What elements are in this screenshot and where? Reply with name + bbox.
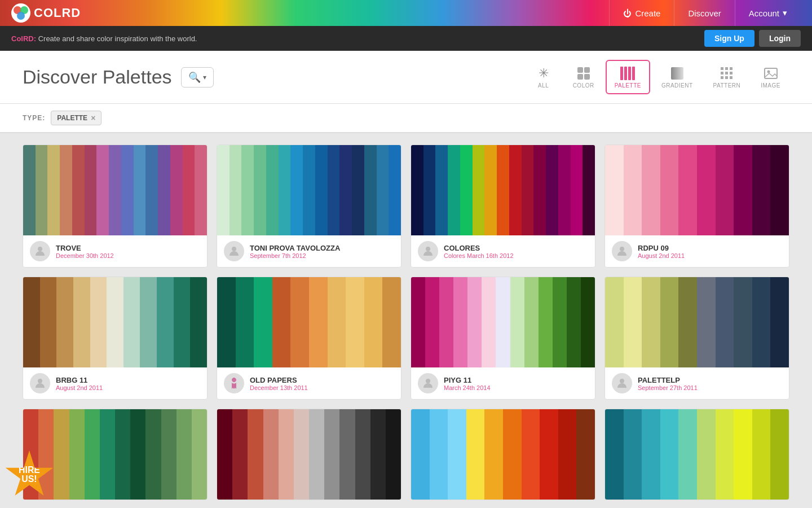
svg-rect-13 bbox=[725, 72, 728, 75]
gradient-icon bbox=[670, 65, 685, 81]
palette-info: TONI PROVA TAVOLOZZASeptember 7th 2012 bbox=[217, 235, 401, 267]
color-swatch bbox=[73, 277, 90, 367]
palette-swatches bbox=[23, 409, 207, 500]
color-swatch bbox=[90, 277, 107, 367]
color-swatch bbox=[473, 145, 485, 235]
color-swatch bbox=[174, 277, 191, 367]
palette-card[interactable] bbox=[23, 409, 208, 500]
palette-card[interactable]: BRBG 11August 2nd 2011 bbox=[23, 277, 208, 400]
signup-button[interactable]: Sign Up bbox=[704, 30, 754, 47]
color-swatch bbox=[716, 145, 734, 235]
palette-name: RDPU 09 bbox=[638, 244, 782, 252]
color-swatch bbox=[54, 409, 69, 500]
palette-meta: TROVEDecember 30th 2012 bbox=[56, 244, 200, 259]
color-swatch bbox=[660, 277, 679, 367]
palette-swatches bbox=[605, 409, 789, 500]
svg-rect-4 bbox=[577, 67, 583, 73]
svg-rect-6 bbox=[577, 74, 583, 80]
page-header: Discover Palettes 🔍 ▾ ✳ ALL COLOR bbox=[0, 51, 812, 104]
color-swatch bbox=[40, 277, 57, 367]
color-swatch bbox=[553, 277, 567, 367]
promo-text: ColRD: Create and share color inspiratio… bbox=[11, 34, 197, 43]
color-swatch bbox=[266, 145, 279, 235]
svg-point-20 bbox=[38, 247, 42, 251]
color-swatch bbox=[100, 409, 115, 500]
palette-date: August 2nd 2011 bbox=[638, 252, 782, 259]
nav-discover[interactable]: Discover bbox=[674, 0, 734, 26]
color-swatch bbox=[567, 277, 581, 367]
palette-swatches bbox=[411, 409, 595, 500]
color-swatch bbox=[217, 409, 232, 500]
palette-name: OLD PAPERS bbox=[250, 376, 394, 384]
color-swatch bbox=[190, 277, 207, 367]
color-swatch bbox=[558, 145, 571, 235]
avatar bbox=[30, 373, 50, 393]
color-swatch bbox=[192, 409, 207, 500]
avatar bbox=[612, 373, 632, 393]
color-swatch bbox=[195, 145, 207, 235]
color-swatch bbox=[770, 409, 789, 500]
palette-card[interactable]: RDPU 09August 2nd 2011 bbox=[604, 144, 789, 268]
nav-account[interactable]: Account ▾ bbox=[735, 0, 801, 26]
color-swatch bbox=[303, 145, 315, 235]
palette-name: PALETTELP bbox=[638, 376, 782, 384]
chevron-down-icon: ▾ bbox=[783, 8, 787, 18]
search-button[interactable]: 🔍 ▾ bbox=[181, 67, 214, 87]
main-nav: ⏻ Create Discover Account ▾ bbox=[609, 0, 801, 26]
filter-tab-color[interactable]: COLOR bbox=[564, 60, 603, 94]
palette-card[interactable] bbox=[411, 409, 595, 500]
color-swatch bbox=[435, 145, 448, 235]
svg-point-26 bbox=[620, 379, 624, 383]
color-swatch bbox=[524, 277, 539, 367]
color-swatch bbox=[377, 145, 389, 235]
remove-filter-icon[interactable]: × bbox=[91, 113, 95, 122]
login-button[interactable]: Login bbox=[759, 30, 801, 47]
color-swatch bbox=[571, 145, 583, 235]
palette-swatches bbox=[217, 277, 401, 367]
palette-card[interactable]: TROVEDecember 30th 2012 bbox=[23, 144, 208, 268]
palette-swatches bbox=[411, 277, 595, 367]
promo-actions: Sign Up Login bbox=[704, 30, 801, 47]
color-swatch bbox=[254, 277, 272, 367]
color-swatch bbox=[56, 277, 73, 367]
color-swatch bbox=[411, 409, 430, 500]
color-swatch bbox=[448, 145, 460, 235]
palette-card[interactable] bbox=[217, 409, 401, 500]
color-swatch bbox=[510, 277, 524, 367]
filter-tab-gradient[interactable]: GRADIENT bbox=[652, 60, 702, 94]
palette-card[interactable]: COLORESColores March 16th 2012 bbox=[411, 144, 595, 268]
color-swatch bbox=[453, 277, 467, 367]
color-swatch bbox=[770, 145, 789, 235]
avatar bbox=[418, 373, 438, 393]
color-swatch bbox=[624, 277, 642, 367]
filter-tab-pattern[interactable]: PATTERN bbox=[704, 60, 750, 94]
svg-point-3 bbox=[17, 12, 25, 20]
palette-swatches bbox=[23, 145, 207, 235]
color-swatch bbox=[183, 145, 195, 235]
color-swatch bbox=[716, 409, 734, 500]
color-swatch bbox=[386, 409, 401, 500]
color-swatch bbox=[294, 409, 309, 500]
color-swatch bbox=[72, 145, 85, 235]
palette-sub: Colores March 16th 2012 bbox=[444, 252, 588, 259]
palette-card[interactable]: PALETTELPSeptember 27th 2011 bbox=[604, 277, 789, 400]
type-tag-palette[interactable]: PALETTE × bbox=[51, 111, 102, 125]
color-swatch bbox=[509, 145, 522, 235]
color-swatch bbox=[389, 145, 401, 235]
palette-card[interactable]: PIYG 11March 24th 2014 bbox=[411, 277, 595, 400]
type-bar: TYPE: PALETTE × bbox=[0, 104, 812, 133]
palette-card[interactable]: TONI PROVA TAVOLOZZASeptember 7th 2012 bbox=[217, 144, 401, 268]
color-swatch bbox=[439, 277, 453, 367]
palette-meta: TONI PROVA TAVOLOZZASeptember 7th 2012 bbox=[250, 244, 394, 259]
color-swatch bbox=[448, 409, 466, 500]
filter-tab-all[interactable]: ✳ ALL bbox=[526, 60, 562, 94]
palette-card[interactable]: OLD PAPERSDecember 13th 2011 bbox=[217, 277, 401, 400]
svg-rect-16 bbox=[725, 76, 728, 79]
color-swatch bbox=[47, 145, 60, 235]
filter-tab-image[interactable]: IMAGE bbox=[752, 60, 789, 94]
filter-tab-palette[interactable]: PALETTE bbox=[606, 60, 650, 94]
svg-point-19 bbox=[767, 71, 770, 73]
logo[interactable]: COLRD bbox=[11, 3, 81, 23]
nav-create[interactable]: ⏻ Create bbox=[609, 0, 674, 26]
palette-card[interactable] bbox=[604, 409, 789, 500]
